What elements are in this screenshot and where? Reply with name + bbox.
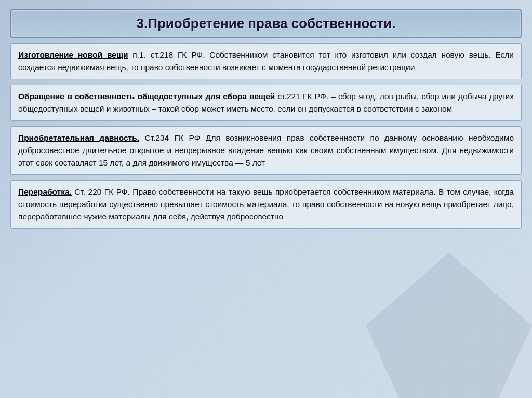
content-block-4: Переработка. Ст. 220 ГК РФ. Право собств… xyxy=(10,180,522,229)
block2-heading: Обращение в собственность общедоступных … xyxy=(18,92,275,101)
content-block-2: Обращение в собственность общедоступных … xyxy=(10,85,522,121)
block4-heading: Переработка. xyxy=(18,187,72,196)
content-block-3: Приобретательная давность. Ст.234 ГК РФ … xyxy=(10,126,522,175)
block4-body: Ст. 220 ГК РФ. Право собственности на та… xyxy=(18,187,514,221)
content-block-1: Изготовление новой вещи п.1. ст.218 ГК Р… xyxy=(10,43,522,79)
block1-heading: Изготовление новой вещи xyxy=(18,50,128,59)
page-title: 3.Приобретение права собственности. xyxy=(137,16,396,31)
page-container: 3.Приобретение права собственности. Изго… xyxy=(0,0,532,398)
title-box: 3.Приобретение права собственности. xyxy=(10,9,522,38)
block3-heading: Приобретательная давность. xyxy=(18,133,139,142)
